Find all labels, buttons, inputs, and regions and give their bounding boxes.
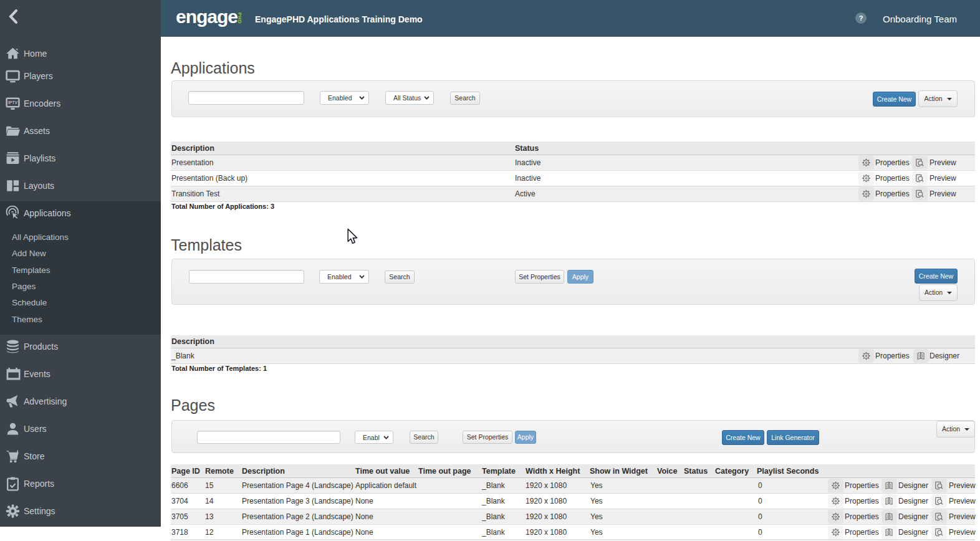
svg-text:IPTV: IPTV xyxy=(8,100,18,105)
